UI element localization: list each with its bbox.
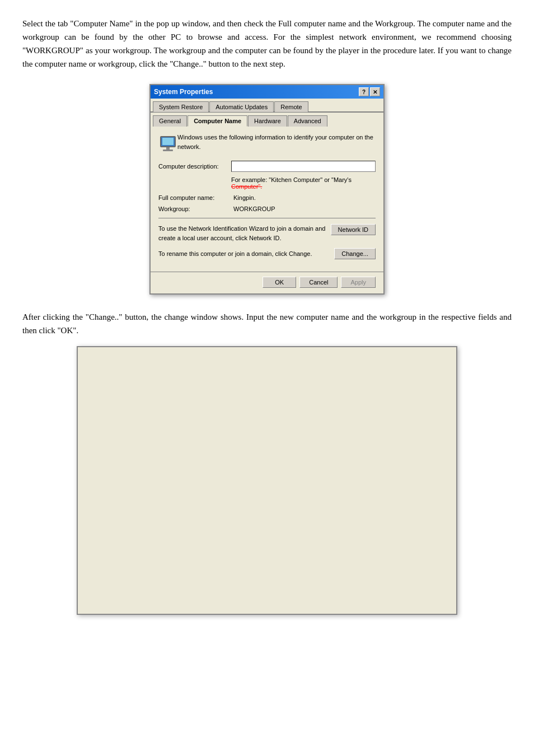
tab-remote[interactable]: Remote xyxy=(274,101,308,112)
network-id-section: To use the Network Identification Wizard… xyxy=(158,224,376,242)
separator-1 xyxy=(158,218,376,218)
dialog-title: System Properties xyxy=(154,88,213,96)
cancel-button[interactable]: Cancel xyxy=(299,277,338,288)
hint-strikethrough: Computer". xyxy=(231,183,262,190)
tab-automatic-updates[interactable]: Automatic Updates xyxy=(209,101,274,112)
tab-advanced[interactable]: Advanced xyxy=(288,115,327,127)
monitor-screen xyxy=(162,138,174,145)
dialog-body: Windows uses the following information t… xyxy=(151,126,383,272)
tab-system-restore[interactable]: System Restore xyxy=(153,101,209,112)
rename-section: To rename this computer or join a domain… xyxy=(158,248,376,259)
page-content: Select the tab "Computer Name" in the po… xyxy=(22,17,512,615)
full-computer-name-row: Full computer name: Kingpin. xyxy=(158,194,376,201)
network-id-text: To use the Network Identification Wizard… xyxy=(158,224,331,242)
system-properties-dialog: System Properties ? ✕ System Restore Aut… xyxy=(149,84,385,295)
tab-computer-name[interactable]: Computer Name xyxy=(188,115,247,127)
tab-general[interactable]: General xyxy=(153,115,187,127)
computer-description-input[interactable] xyxy=(231,161,376,172)
monitor-shape xyxy=(160,136,176,147)
computer-stand xyxy=(166,147,170,150)
rename-text: To rename this computer or join a domain… xyxy=(158,250,334,257)
network-id-button[interactable]: Network ID xyxy=(331,224,376,235)
intro-paragraph: Select the tab "Computer Name" in the po… xyxy=(22,17,512,71)
workgroup-value: WORKGROUP xyxy=(233,206,275,212)
full-computer-name-label: Full computer name: xyxy=(158,194,231,201)
apply-button[interactable]: Apply xyxy=(341,277,376,288)
computer-description-label: Computer description: xyxy=(158,163,231,170)
dialog-titlebar: System Properties ? ✕ xyxy=(151,85,383,99)
computer-icon xyxy=(158,133,177,154)
change-button[interactable]: Change... xyxy=(334,248,376,259)
dialog-tabs-row2: General Computer Name Hardware Advanced xyxy=(151,113,383,126)
second-dialog-wrapper xyxy=(22,346,512,615)
workgroup-label: Workgroup: xyxy=(158,206,231,212)
computer-description-row: Computer description: xyxy=(158,161,376,172)
hint-text-before: For example: "Kitchen Computer" or "Mary… xyxy=(231,176,352,183)
info-row: Windows uses the following information t… xyxy=(158,133,376,154)
tab-hardware[interactable]: Hardware xyxy=(248,115,287,127)
help-button[interactable]: ? xyxy=(359,87,369,96)
dialog-tabs: System Restore Automatic Updates Remote xyxy=(151,99,383,113)
info-text: Windows uses the following information t… xyxy=(177,133,376,151)
computer-base xyxy=(163,150,173,151)
ok-button[interactable]: OK xyxy=(263,277,296,288)
dialog-wrapper: System Properties ? ✕ System Restore Aut… xyxy=(22,84,512,295)
second-dialog-placeholder xyxy=(77,346,457,615)
form-hint: For example: "Kitchen Computer" or "Mary… xyxy=(231,176,376,190)
close-button[interactable]: ✕ xyxy=(370,87,380,96)
after-paragraph: After clicking the "Change.." button, th… xyxy=(22,310,512,337)
full-computer-name-value: Kingpin. xyxy=(233,194,256,201)
dialog-footer: OK Cancel Apply xyxy=(151,272,383,293)
titlebar-buttons: ? ✕ xyxy=(359,87,380,96)
workgroup-row: Workgroup: WORKGROUP xyxy=(158,206,376,212)
